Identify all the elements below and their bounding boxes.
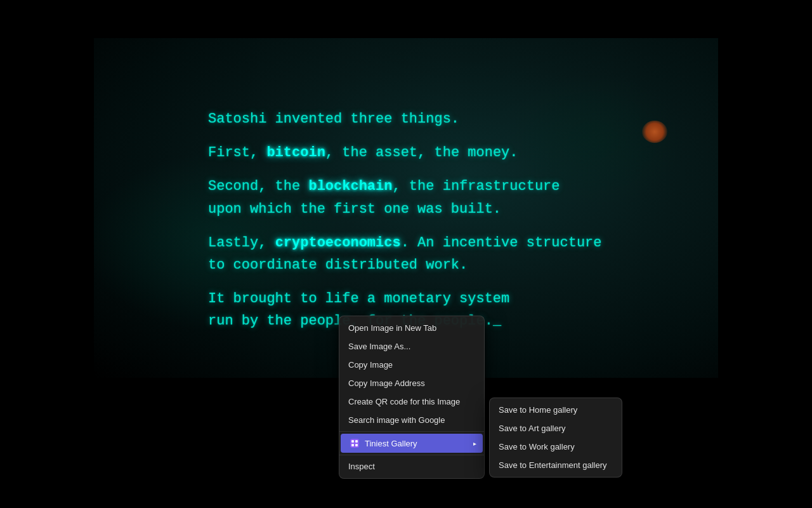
svg-rect-1 <box>351 440 354 443</box>
text-line-1: Satoshi invented three things. <box>208 108 680 130</box>
text-line-4: Lastly, cryptoeconomics. An incentive st… <box>208 232 680 276</box>
submenu-save-home[interactable]: Save to Home gallery <box>490 401 622 419</box>
svg-rect-4 <box>355 444 358 446</box>
bold-cryptoeconomics: cryptoeconomics <box>275 235 401 251</box>
svg-rect-2 <box>355 440 358 443</box>
text-line-3: Second, the blockchain, the infrastructu… <box>208 175 680 220</box>
context-menu-create-qr[interactable]: Create QR code for this Image <box>339 392 484 411</box>
context-menu-inspect[interactable]: Inspect <box>339 457 484 476</box>
submenu-save-work[interactable]: Save to Work gallery <box>490 438 622 456</box>
bold-blockchain: blockchain <box>308 178 392 194</box>
tiniest-gallery-icon <box>350 438 360 448</box>
text-line-2: First, bitcoin, the asset, the money. <box>208 142 680 164</box>
context-menu: Open Image in New Tab Save Image As... C… <box>339 316 485 479</box>
context-menu-separator-2 <box>339 455 484 455</box>
context-menu-search-google[interactable]: Search image with Google <box>339 411 484 429</box>
text-cursor: _ <box>493 310 501 332</box>
context-menu-save-image-as[interactable]: Save Image As... <box>339 337 484 356</box>
bold-bitcoin: bitcoin <box>266 145 325 161</box>
context-menu-copy-image-address[interactable]: Copy Image Address <box>339 374 484 392</box>
submenu-save-entertainment[interactable]: Save to Entertainment gallery <box>490 456 622 474</box>
context-menu-open-image[interactable]: Open Image in New Tab <box>339 319 484 337</box>
submenu-arrow-icon: ▸ <box>473 440 476 447</box>
image-text-content: Satoshi invented three things. First, bi… <box>208 108 680 344</box>
submenu: Save to Home gallery Save to Art gallery… <box>489 398 622 478</box>
submenu-save-art[interactable]: Save to Art gallery <box>490 419 622 438</box>
context-menu-tiniest-gallery[interactable]: Tiniest Gallery ▸ <box>341 434 483 453</box>
context-menu-separator <box>339 431 484 432</box>
svg-rect-3 <box>351 444 354 446</box>
context-menu-copy-image[interactable]: Copy Image <box>339 356 484 374</box>
svg-rect-0 <box>350 439 359 448</box>
